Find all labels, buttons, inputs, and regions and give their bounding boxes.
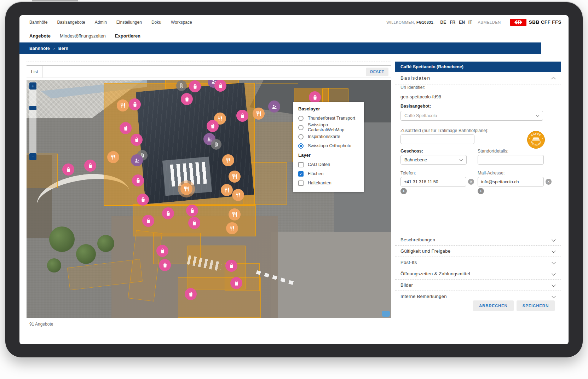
marker-shop[interactable] [186,205,198,217]
marker-shop[interactable] [129,98,141,110]
radio-icon[interactable] [298,143,304,149]
marker-shop[interactable] [214,80,226,92]
shopping-bag-icon [140,197,146,203]
cancel-button[interactable]: ABBRECHEN [473,300,514,311]
marker-food[interactable] [226,222,238,234]
baselayer-option-label: Swisstopo CadastralWebMap [308,122,364,132]
baselayer-option-swisstopo-orthophoto[interactable]: Swisstopo Orthophoto [293,141,364,150]
app-screen: BahnhöfeBasisangeboteAdminEinstellungenD… [19,15,569,344]
geschoss-select[interactable]: Bahnebene [400,155,467,165]
marker-shop[interactable] [162,207,174,219]
zoom-slider-handle[interactable] [29,106,36,110]
save-button[interactable]: SPEICHERN [517,300,555,311]
marker-shop[interactable] [120,122,132,134]
marker-shop[interactable] [156,245,168,257]
zoom-slider-track[interactable] [29,82,36,160]
subnav-item-angebote[interactable]: Angebote [29,33,51,39]
section-post-its[interactable]: Post-Its [395,257,561,268]
map-canvas[interactable]: + − Baselayer Thunderforest TransportSwi… [27,80,391,318]
marker-shop[interactable] [131,134,143,146]
marker-shop[interactable] [207,120,219,132]
section-öffnungszeiten-&-zahlungsmittel[interactable]: Öffnungszeiten & Zahlungsmittel [395,268,561,280]
overlay-option-flächen[interactable]: ✓Flächen [293,169,364,178]
baselayer-option-inspirationskarte[interactable]: Inspirationskarte [293,132,364,141]
shopping-bag-icon [87,163,93,169]
marker-food[interactable] [229,208,241,220]
marker-service[interactable] [268,101,280,113]
marker-attachment[interactable] [176,80,187,91]
marker-shop[interactable] [142,215,154,227]
nav-item-workspace[interactable]: Workspace [171,20,192,25]
baselayer-option-thunderforest-transport[interactable]: Thunderforest Transport [293,114,364,123]
logout-link[interactable]: ABMELDEN [478,20,501,24]
marker-food[interactable] [117,99,129,111]
shopping-bag-icon [184,96,190,102]
marker-shop[interactable] [137,194,149,206]
shopping-bag-icon [145,218,151,224]
subnav-item-exportieren[interactable]: Exportieren [115,33,140,39]
marker-food[interactable] [229,171,241,183]
language-en[interactable]: EN [459,20,465,25]
top-navigation: BahnhöfeBasisangeboteAdminEinstellungenD… [19,15,569,29]
marker-shop[interactable] [309,91,321,103]
breadcrumb-item-bahnhöfe[interactable]: Bahnhöfe [29,46,50,51]
nav-item-basisangebote[interactable]: Basisangebote [57,20,85,25]
marker-shop[interactable] [188,217,200,229]
checkbox-icon[interactable] [298,162,304,167]
marker-shop[interactable] [84,160,96,172]
marker-shop[interactable] [132,174,144,186]
add-telefon-button[interactable]: + [400,188,407,194]
standortdetails-input[interactable] [478,155,544,165]
map-toolbar-bar: List RESET [27,65,391,78]
section-basisdaten[interactable]: Basisdaten [395,72,561,85]
marker-shop[interactable] [185,288,197,300]
marker-food[interactable] [232,189,244,201]
overlay-option-cad-daten[interactable]: CAD Daten [293,160,364,169]
marker-shop[interactable] [225,260,237,272]
radio-icon[interactable] [298,116,304,121]
marker-shop[interactable] [62,163,74,176]
telefon-input[interactable] [400,177,466,186]
section-bilder[interactable]: Bilder [395,280,561,291]
zusatzfeld-input[interactable] [400,134,474,144]
marker-shop[interactable] [159,259,171,271]
marker-shop[interactable] [189,80,201,92]
section-gültigkeit-und-freigabe[interactable]: Gültigkeit und Freigabe [395,246,561,257]
reset-button[interactable]: RESET [366,68,388,76]
checkbox-icon[interactable]: ✓ [298,171,304,177]
clear-mail-button[interactable]: × [546,179,552,185]
language-fr[interactable]: FR [450,20,455,25]
language-de[interactable]: DE [440,20,446,25]
marker-service[interactable] [131,154,143,166]
marker-shop[interactable] [236,110,248,122]
tab-list[interactable]: List [27,66,43,77]
marker-attachment[interactable] [211,139,221,150]
zoom-out-button[interactable]: − [29,153,36,160]
checkbox-icon[interactable] [298,180,304,186]
section-beschreibungen[interactable]: Beschreibungen [395,234,561,246]
nav-item-einstellungen[interactable]: Einstellungen [116,20,142,25]
marker-food[interactable] [253,108,265,120]
nav-item-doku[interactable]: Doku [151,20,161,25]
zoom-in-button[interactable]: + [29,82,36,90]
language-it[interactable]: IT [468,20,472,25]
mail-input[interactable] [478,177,544,186]
marker-shop[interactable] [230,277,242,289]
overlay-option-haltekanten[interactable]: Haltekanten [293,178,364,188]
subnav-item-mindestöffnungszeiten[interactable]: Mindestöffnungszeiten [60,33,106,39]
marker-food[interactable] [222,154,234,166]
add-mail-button[interactable]: + [478,188,484,194]
marker-food[interactable] [107,151,119,163]
radio-icon[interactable] [298,134,304,139]
nav-item-bahnhöfe[interactable]: Bahnhöfe [29,20,47,25]
marker-shop[interactable] [181,93,193,105]
clear-telefon-button[interactable]: × [468,179,474,185]
breadcrumb-item-bern[interactable]: Bern [58,46,68,51]
marker-food[interactable] [221,184,233,196]
marker-food[interactable] [180,183,192,195]
baselayer-option-swisstopo-cadastralwebmap[interactable]: Swisstopo CadastralWebMap [293,123,364,132]
sub-navigation: AngeboteMindestöffnungszeitenExportieren [19,29,569,42]
nav-item-admin[interactable]: Admin [95,20,107,25]
radio-icon[interactable] [298,125,304,130]
basisangebot-select[interactable]: Caffè Spettacolo [400,111,543,121]
